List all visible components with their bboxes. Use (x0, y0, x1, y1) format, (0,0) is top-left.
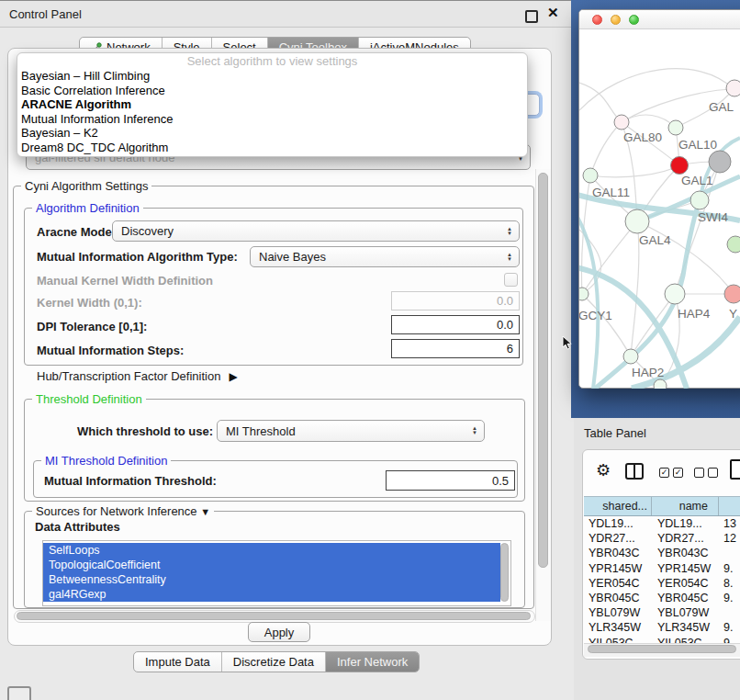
data-attributes-list[interactable]: SelfLoops TopologicalCoefficient Between… (42, 540, 511, 606)
manual-kernel-width-label: Manual Kernel Width Definition (37, 274, 213, 288)
panel-title: Control Panel (9, 1, 82, 28)
dpi-tolerance-field[interactable]: 0.0 (391, 315, 520, 334)
minimize-traffic-icon[interactable] (611, 15, 621, 25)
cell-name: YBR045C (653, 592, 719, 604)
aracne-mode-combo[interactable]: Discovery ▲▼ (112, 220, 520, 242)
list-item-betweennesscentrality[interactable]: BetweennessCentrality (43, 572, 500, 587)
network-window-titlebar[interactable] (579, 10, 740, 29)
node-gal10[interactable] (668, 120, 683, 135)
apply-button[interactable]: Apply (248, 622, 310, 642)
split-columns-icon[interactable] (625, 463, 644, 480)
cell-shared-name: YBR045C (584, 592, 653, 604)
cell-value: 9. (719, 621, 740, 634)
gear-icon[interactable]: ⚙ (596, 460, 611, 480)
cell-value: 13 (719, 517, 740, 530)
dropdown-item-mutual-information[interactable]: Mutual Information Inference (17, 112, 527, 127)
node-swi4[interactable] (690, 191, 709, 209)
which-threshold-combo[interactable]: MI Threshold ▲▼ (217, 420, 485, 442)
network-graph[interactable]: GAL GAL80 GAL10 GAL1 GAL11 SWI4 GAL4 GCY… (579, 29, 740, 389)
cell-shared-name: YIL053C (584, 637, 653, 643)
node-label: GAL80 (623, 130, 662, 144)
table-header-row: shared... name (584, 496, 740, 516)
table-row[interactable]: YDL19... YDL19... 13 (584, 516, 740, 531)
node-label: GAL1 (681, 174, 713, 187)
cell-name: YLR345W (653, 621, 719, 634)
node-hap4[interactable] (665, 284, 685, 304)
list-vertical-scrollbar[interactable] (500, 543, 509, 602)
table-hscroll-thumb[interactable] (588, 645, 736, 653)
unchecked-checkbox-icon[interactable] (694, 468, 704, 478)
kernel-width-field[interactable]: 0.0 (391, 291, 520, 310)
manual-kernel-width-checkbox[interactable] (504, 273, 518, 287)
column-header-partial[interactable] (719, 497, 740, 515)
dpi-tolerance-label: DPI Tolerance [0,1]: (37, 320, 147, 333)
combo-arrows-icon: ▲▼ (507, 227, 512, 236)
collapsed-arrow-icon: ▶ (229, 370, 237, 383)
table-row[interactable]: YDR27... YDR27... 12 (584, 531, 740, 546)
node-gal80[interactable] (614, 115, 629, 130)
table-row[interactable]: YLR345W YLR345W 9. (584, 620, 740, 635)
dropdown-item-aracne[interactable]: ARACNE Algorithm (17, 97, 527, 112)
node-hap2[interactable] (623, 349, 638, 364)
dropdown-item-dream8[interactable]: Dream8 DC_TDC Algorithm (17, 141, 527, 155)
list-item-topologicalcoefficient[interactable]: TopologicalCoefficient (43, 558, 500, 572)
node-gray[interactable] (709, 151, 731, 173)
table-row[interactable]: YER054C YER054C 8. (584, 576, 740, 591)
mi-algorithm-type-value: Naive Bayes (259, 250, 326, 264)
table-row[interactable]: YBL079W YBL079W (584, 605, 740, 620)
checked-checkbox-icon[interactable]: ✓ (659, 468, 669, 478)
which-threshold-value: MI Threshold (226, 424, 296, 438)
tab-discretize-data[interactable]: Discretize Data (222, 652, 326, 672)
column-header-name[interactable]: name (652, 497, 719, 515)
zoom-traffic-icon[interactable] (629, 15, 639, 25)
table-row[interactable]: YPR145W YPR145W 9. (584, 561, 740, 576)
list-item-selfloops[interactable]: SelfLoops (43, 543, 500, 558)
node-bottom-partial[interactable] (654, 379, 667, 389)
node-gal4[interactable] (625, 209, 649, 233)
mi-steps-field[interactable]: 6 (391, 339, 520, 358)
kernel-width-value: 0.0 (497, 294, 513, 308)
dropdown-item-bayesian-k2[interactable]: Bayesian – K2 (17, 126, 527, 141)
cyni-bottom-tabbar: Impute Data Discretize Data Infer Networ… (133, 651, 420, 672)
node-label: GAL10 (678, 138, 717, 152)
dropdown-item-basic-correlation[interactable]: Basic Correlation Inference (17, 84, 527, 98)
tab-impute-data[interactable]: Impute Data (134, 652, 222, 672)
node-gal11[interactable] (583, 168, 598, 183)
mi-algorithm-type-combo[interactable]: Naive Bayes ▲▼ (250, 246, 520, 267)
table-row[interactable]: YIL053C YIL053C 9. (584, 636, 740, 644)
minimized-panel-icon[interactable] (7, 686, 31, 700)
close-icon[interactable]: ✕ (547, 5, 559, 21)
node-label: GAL (709, 100, 734, 114)
cell-name: YPR145W (653, 562, 719, 575)
checked-checkbox-icon[interactable]: ✓ (673, 468, 683, 478)
list-item-gal4rgexp[interactable]: gal4RGexp (43, 587, 500, 602)
node-gcy1[interactable] (579, 288, 589, 300)
cell-value: 8. (719, 577, 740, 590)
settings-hscroll-thumb[interactable] (17, 612, 531, 620)
node-green-partial[interactable] (727, 236, 740, 253)
node-salmon[interactable] (724, 285, 740, 303)
document-icon[interactable] (730, 459, 740, 480)
table-row[interactable]: YBR045C YBR045C 9. (584, 591, 740, 605)
tab-infer-network[interactable]: Infer Network (326, 652, 419, 672)
unchecked-checkbox-icon[interactable] (708, 468, 718, 478)
table-body[interactable]: YDL19... YDL19... 13 YDR27... YDR27... 1… (584, 516, 740, 643)
float-window-icon[interactable] (525, 10, 538, 23)
node-gal1[interactable] (671, 157, 689, 175)
dropdown-item-bayesian-hill-climbing[interactable]: Bayesian – Hill Climbing (17, 69, 527, 84)
cell-shared-name: YBL079W (584, 606, 653, 619)
column-header-shared-name[interactable]: shared... (584, 497, 652, 515)
settings-vscroll-thumb[interactable] (538, 173, 548, 568)
data-attributes-label: Data Attributes (35, 520, 120, 534)
close-traffic-icon[interactable] (592, 15, 602, 25)
node-gal-top[interactable] (726, 80, 740, 96)
expanded-arrow-icon[interactable]: ▼ (200, 506, 210, 517)
table-row[interactable]: YBR043C YBR043C (584, 546, 740, 560)
mi-threshold-field[interactable]: 0.5 (386, 470, 515, 491)
node-label: SWI4 (698, 210, 728, 224)
kernel-width-label: Kernel Width (0,1): (37, 296, 142, 310)
hub-definition-section[interactable]: Hub/Transcription Factor Definition ▶ (37, 369, 238, 383)
cell-value: 9. (719, 562, 740, 575)
dropdown-placeholder: Select algorithm to view settings (17, 53, 527, 69)
cell-shared-name: YDR27... (584, 532, 653, 545)
